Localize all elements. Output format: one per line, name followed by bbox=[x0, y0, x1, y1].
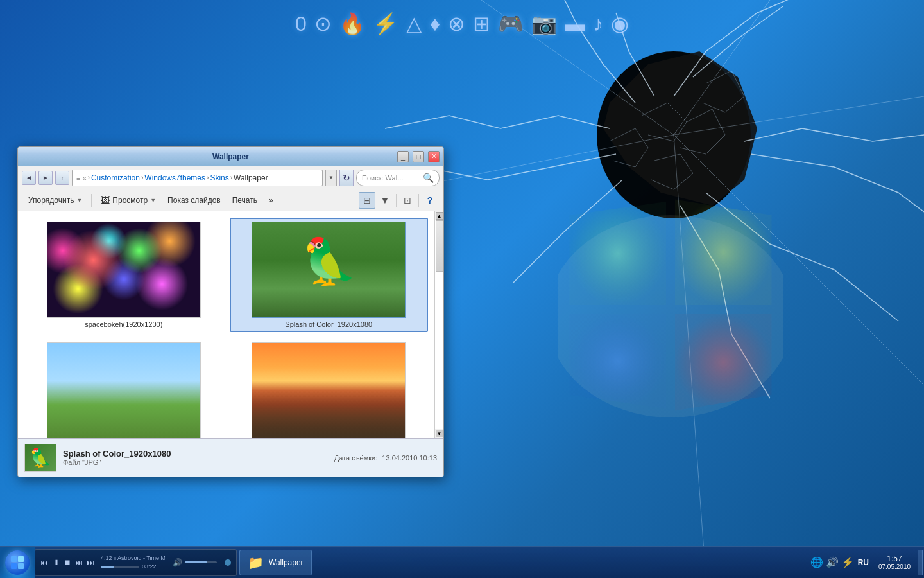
svg-rect-11 bbox=[11, 563, 17, 569]
dock-icon-lightning[interactable]: ⚡ bbox=[373, 12, 398, 36]
view-medium-icons[interactable]: ⊟ bbox=[359, 192, 375, 209]
maximize-button[interactable]: □ bbox=[413, 151, 424, 162]
tray-icons: 🌐 🔊 ⚡ bbox=[810, 556, 854, 568]
status-date: Дата съёмки: 13.04.2010 10:13 bbox=[334, 454, 437, 462]
date-label: Дата съёмки: bbox=[334, 454, 377, 462]
breadcrumb-skins[interactable]: Skins bbox=[210, 173, 228, 182]
clock-time: 1:57 bbox=[887, 554, 902, 563]
file-item-parrot[interactable]: Splash of Color_1920x1080 bbox=[230, 218, 429, 332]
dock-icon-music[interactable]: ♪ bbox=[593, 12, 603, 36]
toolbar: Упорядочить ▼ 🖼 Просмотр ▼ Показ слайдов… bbox=[18, 189, 443, 211]
scroll-track[interactable] bbox=[435, 220, 443, 429]
file-name-spacebokeh: spacebokeh(1920x1200) bbox=[85, 320, 162, 328]
close-button[interactable]: ✕ bbox=[428, 151, 440, 162]
mp-stop-button[interactable]: ⏹ bbox=[64, 558, 71, 567]
tray-icon-volume[interactable]: 🔊 bbox=[826, 556, 839, 568]
mp-progress-bar[interactable] bbox=[101, 566, 139, 568]
file-explorer-window: Wallpaper _ □ ✕ ◄ ► ↑ ≡ « › Customizatio… bbox=[17, 146, 444, 477]
breadcrumb-themes[interactable]: Windows7themes bbox=[144, 173, 205, 182]
forward-button[interactable]: ► bbox=[38, 171, 53, 185]
clock-date: 07.05.2010 bbox=[878, 563, 911, 570]
volume-control[interactable]: 🔊 bbox=[173, 558, 217, 567]
mp-prev-button[interactable]: ⏮ bbox=[40, 558, 48, 567]
search-placeholder: Поиск: Wal... bbox=[362, 174, 403, 182]
volume-fill bbox=[185, 561, 207, 563]
mp-end-button[interactable]: ⏭ bbox=[87, 558, 94, 567]
taskbar-items: 📁 Wallpaper bbox=[237, 550, 810, 575]
mp-progress-fill bbox=[101, 566, 114, 568]
refresh-button[interactable]: ↻ bbox=[339, 170, 354, 186]
mp-next-button[interactable]: ⏭ bbox=[75, 558, 83, 567]
dock-icon-circle[interactable]: ◉ bbox=[611, 12, 629, 36]
title-bar: Wallpaper _ □ ✕ bbox=[18, 147, 443, 166]
dock-icon-firefox[interactable]: 🔥 bbox=[339, 12, 365, 36]
dock-icon-camera[interactable]: 📷 bbox=[531, 12, 557, 36]
search-box[interactable]: Поиск: Wal... 🔍 bbox=[356, 170, 440, 186]
mp-track-label: 4:12 ii Astrovoid - Time Machi... bbox=[101, 555, 165, 561]
toolbar-sep-3 bbox=[418, 194, 419, 207]
file-item-spacebokeh[interactable]: spacebokeh(1920x1200) bbox=[24, 218, 223, 332]
organize-button[interactable]: Упорядочить ▼ bbox=[23, 192, 87, 209]
file-list: spacebokeh(1920x1200) Splash of Color_19… bbox=[18, 211, 434, 438]
file-item-sunflowers[interactable]: sunflowers_by_skize bbox=[230, 338, 429, 438]
taskbar-item-wallpaper[interactable]: 📁 Wallpaper bbox=[239, 550, 312, 575]
view-button[interactable]: 🖼 Просмотр ▼ bbox=[96, 192, 161, 209]
media-player: ⏮ ⏸ ⏹ ⏭ ⏭ 4:12 ii Astrovoid - Time Machi… bbox=[35, 549, 237, 576]
more-button[interactable]: » bbox=[264, 192, 278, 209]
volume-bar[interactable] bbox=[185, 561, 217, 563]
show-desktop-button[interactable] bbox=[918, 550, 923, 575]
scroll-thumb[interactable] bbox=[436, 220, 443, 272]
view-dropdown[interactable]: ▼ bbox=[377, 192, 393, 209]
back-button[interactable]: ◄ bbox=[22, 171, 36, 185]
file-thumb-sunflowers bbox=[252, 342, 406, 438]
taskbar-item-label: Wallpaper bbox=[269, 558, 304, 567]
show-preview-pane[interactable]: ⊡ bbox=[399, 192, 416, 209]
thumb-sunflowers-image bbox=[252, 343, 405, 438]
clock[interactable]: 1:57 07.05.2010 bbox=[875, 554, 914, 570]
dock-icon-bar[interactable]: ▬ bbox=[565, 12, 585, 36]
windows-logo bbox=[558, 193, 783, 417]
tray-icon-battery[interactable]: ⚡ bbox=[841, 556, 854, 568]
mp-time-label: 03:22 bbox=[142, 563, 157, 570]
address-bar: ◄ ► ↑ ≡ « › Customization › Windows7them… bbox=[18, 166, 443, 189]
status-filetype: Файл "JPG" bbox=[63, 459, 171, 466]
dock-icon-triangle[interactable]: △ bbox=[406, 12, 422, 36]
address-dropdown[interactable]: ▼ bbox=[325, 170, 337, 186]
tray-icon-network[interactable]: 🌐 bbox=[810, 556, 823, 568]
scrollbar[interactable]: ▲ ▼ bbox=[434, 211, 443, 438]
dock-icon-chrome[interactable]: ⊙ bbox=[314, 12, 332, 36]
dock-icon-steam[interactable]: ⊗ bbox=[448, 12, 465, 36]
thumb-bokeh-image bbox=[47, 222, 200, 317]
print-button[interactable]: Печать bbox=[227, 192, 262, 209]
start-orb[interactable] bbox=[5, 550, 30, 575]
up-button[interactable]: ↑ bbox=[55, 171, 69, 185]
status-thumb-image: 🦜 bbox=[25, 444, 56, 471]
scroll-down-button[interactable]: ▼ bbox=[436, 430, 443, 437]
minimize-button[interactable]: _ bbox=[397, 151, 409, 162]
breadcrumb-wallpaper[interactable]: Wallpaper bbox=[234, 173, 268, 182]
date-value: 13.04.2010 10:13 bbox=[382, 454, 437, 462]
tray-area: 🌐 🔊 ⚡ RU 1:57 07.05.2010 bbox=[810, 550, 924, 575]
scroll-up-button[interactable]: ▲ bbox=[436, 212, 443, 220]
dock-icon-diamond[interactable]: ♦ bbox=[430, 12, 440, 36]
file-item-summer[interactable]: SummerWallpaper_1920X1200_By_Emats_Delta… bbox=[24, 338, 223, 438]
language-indicator[interactable]: RU bbox=[858, 558, 869, 567]
dock-icon-gamepad[interactable]: 🎮 bbox=[498, 12, 524, 36]
file-name-parrot: Splash of Color_1920x1080 bbox=[285, 320, 372, 328]
dock-icon-grid[interactable]: ⊞ bbox=[473, 12, 490, 36]
search-icon[interactable]: 🔍 bbox=[423, 173, 434, 183]
svg-point-8 bbox=[558, 215, 783, 417]
help-button[interactable]: ? bbox=[422, 192, 438, 209]
dock-icon-0[interactable]: 0 bbox=[295, 12, 307, 36]
start-button[interactable] bbox=[0, 547, 35, 579]
toolbar-separator-1 bbox=[91, 194, 92, 207]
slideshow-button[interactable]: Показ слайдов bbox=[162, 192, 226, 209]
mp-play-button[interactable]: ⏸ bbox=[52, 558, 60, 567]
breadcrumb-customization[interactable]: Customization bbox=[91, 173, 140, 182]
thumb-summer-image bbox=[47, 343, 200, 438]
svg-rect-9 bbox=[11, 556, 17, 562]
svg-rect-10 bbox=[18, 556, 24, 562]
breadcrumb[interactable]: ≡ « › Customization › Windows7themes › S… bbox=[72, 170, 323, 186]
file-thumb-spacebokeh bbox=[47, 222, 201, 318]
svg-rect-12 bbox=[18, 563, 24, 569]
